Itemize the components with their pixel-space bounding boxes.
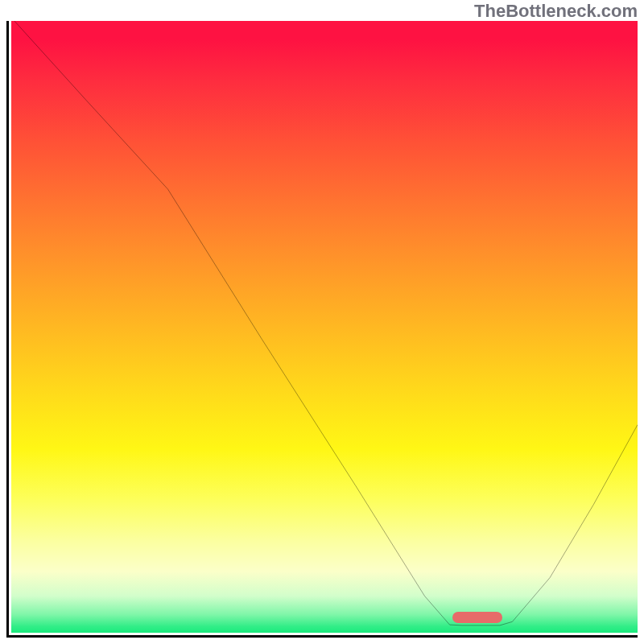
watermark-text: TheBottleneck.com xyxy=(474,1,638,22)
bottleneck-curve xyxy=(11,21,638,633)
optimal-marker xyxy=(452,612,502,623)
chart-container: TheBottleneck.com xyxy=(0,0,644,644)
plot-area xyxy=(6,21,638,638)
